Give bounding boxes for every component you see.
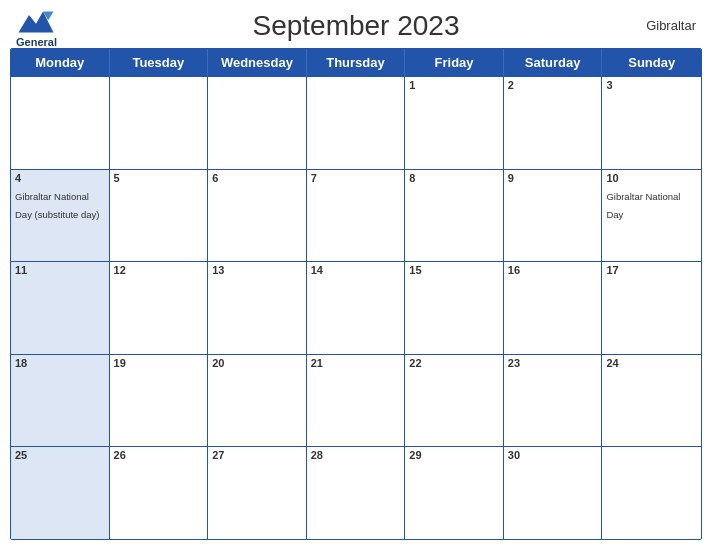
day-number: 3 xyxy=(606,79,697,91)
day-number: 5 xyxy=(114,172,204,184)
logo-icon xyxy=(18,8,54,36)
day-number: 29 xyxy=(409,449,499,461)
day-number: 7 xyxy=(311,172,401,184)
day-number: 22 xyxy=(409,357,499,369)
calendar-week-4: 18192021222324 xyxy=(11,354,701,447)
day-number: 28 xyxy=(311,449,401,461)
page-title: September 2023 xyxy=(252,10,459,42)
day-number: 25 xyxy=(15,449,105,461)
calendar-cell: 27 xyxy=(208,447,307,539)
calendar-cell: 8 xyxy=(405,170,504,262)
calendar-cell: 14 xyxy=(307,262,406,354)
calendar-body: 1234Gibraltar National Day (substitute d… xyxy=(11,76,701,539)
calendar-cell: 7 xyxy=(307,170,406,262)
event-label: Gibraltar National Day xyxy=(606,191,680,220)
calendar-page: General Blue September 2023 Gibraltar Mo… xyxy=(0,0,712,550)
day-number: 6 xyxy=(212,172,302,184)
calendar-cell: 3 xyxy=(602,77,701,169)
day-number: 30 xyxy=(508,449,598,461)
calendar-week-2: 4Gibraltar National Day (substitute day)… xyxy=(11,169,701,262)
day-number: 10 xyxy=(606,172,697,184)
day-number: 19 xyxy=(114,357,204,369)
logo-general: General xyxy=(16,36,57,48)
calendar-cell: 30 xyxy=(504,447,603,539)
calendar-cell: 1 xyxy=(405,77,504,169)
calendar-cell xyxy=(11,77,110,169)
calendar-cell: 16 xyxy=(504,262,603,354)
day-number: 18 xyxy=(15,357,105,369)
calendar-cell: 18 xyxy=(11,355,110,447)
calendar-cell: 24 xyxy=(602,355,701,447)
day-number: 1 xyxy=(409,79,499,91)
col-saturday: Saturday xyxy=(504,49,603,76)
day-number: 23 xyxy=(508,357,598,369)
day-number: 24 xyxy=(606,357,697,369)
col-tuesday: Tuesday xyxy=(110,49,209,76)
day-number: 17 xyxy=(606,264,697,276)
calendar-cell: 2 xyxy=(504,77,603,169)
logo: General Blue xyxy=(16,8,57,60)
calendar-cell: 13 xyxy=(208,262,307,354)
calendar-cell: 20 xyxy=(208,355,307,447)
col-wednesday: Wednesday xyxy=(208,49,307,76)
calendar-cell xyxy=(307,77,406,169)
day-number: 9 xyxy=(508,172,598,184)
col-thursday: Thursday xyxy=(307,49,406,76)
calendar-header-row: Monday Tuesday Wednesday Thursday Friday… xyxy=(11,49,701,76)
calendar-cell: 19 xyxy=(110,355,209,447)
day-number: 11 xyxy=(15,264,105,276)
calendar-cell: 25 xyxy=(11,447,110,539)
day-number: 2 xyxy=(508,79,598,91)
calendar-cell: 23 xyxy=(504,355,603,447)
day-number: 26 xyxy=(114,449,204,461)
calendar-cell: 17 xyxy=(602,262,701,354)
calendar-cell: 12 xyxy=(110,262,209,354)
calendar-cell: 22 xyxy=(405,355,504,447)
day-number: 12 xyxy=(114,264,204,276)
day-number: 27 xyxy=(212,449,302,461)
calendar-week-1: 123 xyxy=(11,76,701,169)
calendar-cell: 4Gibraltar National Day (substitute day) xyxy=(11,170,110,262)
day-number: 13 xyxy=(212,264,302,276)
calendar-cell: 6 xyxy=(208,170,307,262)
logo-blue: Blue xyxy=(25,48,49,60)
calendar-cell xyxy=(208,77,307,169)
calendar-cell: 5 xyxy=(110,170,209,262)
event-label: Gibraltar National Day (substitute day) xyxy=(15,191,99,220)
header: General Blue September 2023 Gibraltar xyxy=(0,0,712,48)
calendar-cell: 10Gibraltar National Day xyxy=(602,170,701,262)
calendar: Monday Tuesday Wednesday Thursday Friday… xyxy=(10,48,702,540)
day-number: 21 xyxy=(311,357,401,369)
day-number: 4 xyxy=(15,172,105,184)
calendar-week-3: 11121314151617 xyxy=(11,261,701,354)
calendar-week-5: 252627282930 xyxy=(11,446,701,539)
calendar-cell: 28 xyxy=(307,447,406,539)
day-number: 8 xyxy=(409,172,499,184)
calendar-cell: 26 xyxy=(110,447,209,539)
country-label: Gibraltar xyxy=(646,18,696,33)
col-friday: Friday xyxy=(405,49,504,76)
day-number: 16 xyxy=(508,264,598,276)
calendar-cell: 9 xyxy=(504,170,603,262)
day-number: 14 xyxy=(311,264,401,276)
day-number: 15 xyxy=(409,264,499,276)
day-number: 20 xyxy=(212,357,302,369)
col-sunday: Sunday xyxy=(602,49,701,76)
calendar-cell: 29 xyxy=(405,447,504,539)
calendar-cell: 21 xyxy=(307,355,406,447)
calendar-cell: 11 xyxy=(11,262,110,354)
calendar-cell xyxy=(602,447,701,539)
calendar-cell xyxy=(110,77,209,169)
calendar-cell: 15 xyxy=(405,262,504,354)
